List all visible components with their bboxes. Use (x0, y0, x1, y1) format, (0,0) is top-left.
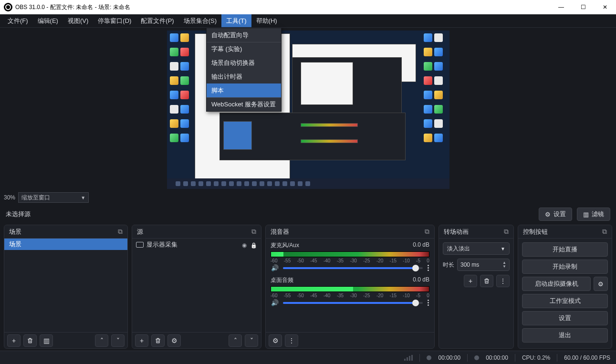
lock-toggle[interactable] (251, 241, 257, 249)
vu-meter (271, 286, 429, 292)
mixer-channel-label: 麦克风/Aux (271, 241, 299, 250)
vu-scale: -60-55-50-45-40-35-30-25-20-15-10-50 (271, 293, 429, 298)
tools-output-timer[interactable]: 输出计时器 (207, 70, 281, 83)
menu-view[interactable]: 视图(V) (63, 14, 93, 27)
source-toolbar: 未选择源 ⚙ 设置 ▥ 滤镜 (0, 204, 616, 225)
network-icon (404, 355, 413, 361)
studio-mode-button[interactable]: 工作室模式 (522, 294, 608, 308)
status-bar: 00:00:00 00:00:00 CPU: 0.2% 60.00 / 60.0… (0, 351, 616, 364)
controls-dock: 控制按钮 ⧉ 开始直播 开始录制 启动虚拟摄像机 ⚙ 工作室模式 设置 退出 (518, 225, 612, 349)
channel-menu-icon[interactable] (427, 300, 429, 306)
scene-up-button[interactable]: ˄ (95, 334, 108, 347)
source-up-button[interactable]: ˄ (229, 334, 242, 347)
volume-slider[interactable] (283, 302, 423, 304)
mixer-body: 麦克风/Aux 0.0 dB -60-55-50-45-40-35-30-25-… (266, 239, 434, 332)
tools-scene-switcher[interactable]: 场景自动切换器 (207, 56, 281, 70)
popout-icon[interactable]: ⧉ (504, 228, 509, 236)
chevron-down-icon: ▼ (81, 195, 85, 200)
mixer-channel-label: 桌面音频 (271, 276, 293, 284)
scenes-dock: 场景 ⧉ 场景 + ▥ ˄ ˅ (4, 225, 128, 349)
transitions-dock: 转场动画 ⧉ 淡入淡出 ▼ 时长 300 ms ▲▼ + ⋮ (439, 225, 514, 349)
add-source-button[interactable]: + (135, 334, 148, 347)
app-logo (4, 3, 12, 11)
menu-edit[interactable]: 编辑(E) (33, 14, 63, 27)
zoom-mode-select[interactable]: 缩放至窗口 ▼ (18, 192, 89, 203)
popout-icon[interactable]: ⧉ (425, 228, 429, 236)
controls-header: 控制按钮 ⧉ (518, 225, 612, 239)
display-capture-icon (136, 242, 144, 248)
visibility-toggle[interactable] (242, 241, 247, 249)
transition-type-select[interactable]: 淡入淡出 ▼ (443, 242, 510, 255)
virtual-cam-settings-button[interactable]: ⚙ (594, 277, 608, 291)
preview-area[interactable] (0, 28, 616, 191)
source-down-button[interactable]: ˅ (245, 334, 258, 347)
rec-time: 00:00:00 (486, 354, 508, 361)
mixer-settings-button[interactable]: ⚙ (269, 334, 282, 347)
mixer-header: 混音器 ⧉ (266, 225, 434, 239)
sources-header: 源 ⧉ (132, 225, 261, 239)
mixer-channel-mic: 麦克风/Aux 0.0 dB -60-55-50-45-40-35-30-25-… (266, 239, 434, 273)
delete-source-button[interactable] (151, 334, 165, 347)
channel-menu-icon[interactable] (427, 265, 429, 271)
popout-icon[interactable]: ⧉ (602, 228, 607, 236)
tools-scripts[interactable]: 脚本 (207, 83, 281, 97)
mixer-channel-desktop: 桌面音频 0.0 dB -60-55-50-45-40-35-30-25-20-… (266, 273, 434, 308)
menu-tools[interactable]: 工具(T) (221, 14, 251, 27)
mixer-menu-button[interactable]: ⋮ (285, 334, 298, 347)
filters-icon: ▥ (583, 211, 589, 218)
chevron-down-icon: ▼ (501, 246, 505, 251)
close-button[interactable]: ✕ (594, 0, 616, 14)
vu-meter (271, 251, 429, 257)
no-source-label: 未选择源 (6, 210, 31, 218)
popout-icon[interactable]: ⧉ (118, 228, 123, 236)
docks-container: 场景 ⧉ 场景 + ▥ ˄ ˅ 源 ⧉ 显示器采集 (0, 225, 616, 349)
volume-slider[interactable] (283, 267, 423, 269)
add-scene-button[interactable]: + (7, 334, 21, 347)
tools-dropdown: 自动配置向导 字幕 (实验) 场景自动切换器 输出计时器 脚本 WebSocke… (206, 28, 282, 112)
menu-file[interactable]: 文件(F) (3, 14, 33, 27)
minimize-button[interactable]: — (550, 0, 572, 14)
menu-help[interactable]: 帮助(H) (251, 14, 282, 27)
start-streaming-button[interactable]: 开始直播 (522, 242, 608, 257)
mixer-channel-db: 0.0 dB (413, 276, 429, 284)
scene-filter-button[interactable]: ▥ (40, 334, 53, 347)
transitions-header: 转场动画 ⧉ (439, 225, 513, 239)
scenes-header: 场景 ⧉ (4, 225, 127, 239)
delete-scene-button[interactable] (23, 334, 37, 347)
vu-scale: -60-55-50-45-40-35-30-25-20-15-10-50 (271, 258, 429, 263)
rec-indicator-icon (474, 355, 479, 360)
menu-scene-collection[interactable]: 场景集合(S) (179, 14, 221, 27)
duration-spinner[interactable]: 300 ms ▲▼ (457, 259, 510, 271)
source-props-button[interactable]: ⚙ (167, 334, 181, 347)
titlebar: OBS 31.0.0 - 配置文件: 未命名 - 场景: 未命名 — ☐ ✕ (0, 0, 616, 14)
speaker-icon[interactable]: 🔊 (271, 299, 279, 306)
menu-dock[interactable]: 停靠窗口(D) (93, 14, 136, 27)
live-time: 00:00:00 (438, 354, 460, 361)
source-filters-button[interactable]: ▥ 滤镜 (577, 208, 610, 221)
tools-captions[interactable]: 字幕 (实验) (207, 42, 281, 56)
window-title: OBS 31.0.0 - 配置文件: 未命名 - 场景: 未命名 (15, 3, 130, 11)
settings-button[interactable]: 设置 (522, 311, 608, 325)
popout-icon[interactable]: ⧉ (251, 228, 256, 236)
start-virtual-cam-button[interactable]: 启动虚拟摄像机 (522, 277, 591, 291)
zoom-bar: 30% 缩放至窗口 ▼ (0, 191, 616, 204)
menu-profile[interactable]: 配置文件(P) (136, 14, 178, 27)
tools-websocket[interactable]: WebSocket 服务器设置 (207, 97, 281, 111)
scene-item[interactable]: 场景 (4, 239, 127, 250)
duration-label: 时长 (443, 261, 454, 269)
source-item[interactable]: 显示器采集 (132, 239, 261, 251)
zoom-percent: 30% (4, 194, 15, 201)
scene-down-button[interactable]: ˅ (111, 334, 125, 347)
speaker-icon[interactable]: 🔊 (271, 264, 279, 271)
delete-transition-button[interactable] (480, 275, 493, 287)
mixer-dock: 混音器 ⧉ 麦克风/Aux 0.0 dB -60-55-50-45-40-35-… (265, 225, 435, 349)
exit-button[interactable]: 退出 (522, 328, 608, 343)
tools-auto-config[interactable]: 自动配置向导 (207, 28, 281, 42)
source-settings-button[interactable]: ⚙ 设置 (539, 208, 572, 221)
start-recording-button[interactable]: 开始录制 (522, 260, 608, 274)
cpu-usage: CPU: 0.2% (522, 354, 550, 361)
maximize-button[interactable]: ☐ (572, 0, 594, 14)
transition-menu-button[interactable]: ⋮ (496, 275, 510, 287)
add-transition-button[interactable]: + (464, 275, 477, 287)
sources-dock: 源 ⧉ 显示器采集 + ⚙ ˄ ˅ (132, 225, 261, 349)
